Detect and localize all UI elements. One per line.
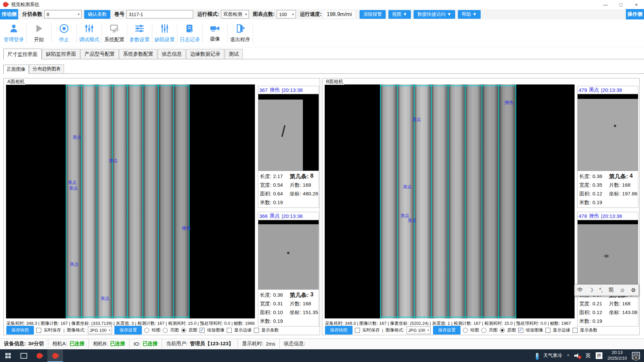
original-image-radio[interactable]	[181, 328, 186, 333]
defect-card[interactable]: 367 挫伤 |20:13:38 长度:2.17 第几条:8 宽度:0.54 片…	[258, 86, 319, 208]
language-indicator[interactable]: 英	[585, 352, 591, 359]
defect-card[interactable]: 366 黑点 |20:13:38 长度:0.38 第几条:3 宽度:0.31 片…	[258, 212, 319, 326]
field-value: 480.28	[303, 191, 318, 197]
realtime-save-label: 实时保存	[44, 327, 61, 333]
image-format-value: JPG 100	[90, 328, 107, 333]
defect-label: 黑点	[70, 261, 78, 267]
show-count-checkbox[interactable]	[573, 328, 578, 333]
image-format-select[interactable]: JPG 100▾	[88, 326, 112, 334]
slit-count-select[interactable]: 8 ▼	[44, 10, 82, 18]
show-edge-checkbox[interactable]	[227, 328, 232, 333]
field-value: 0.64	[273, 191, 283, 197]
field-value: 0.31	[273, 301, 283, 307]
main-toolbar: 传动侧 分切条数 8 ▼ 确认条数 卷号 3117-1 运行模式: 双面检测 ▼…	[0, 9, 644, 20]
ime-emoji-icon[interactable]: ☺	[620, 287, 625, 293]
field-value: 0.12	[592, 191, 602, 197]
capture-button[interactable]: 摄像	[203, 24, 227, 42]
zoom-image-checkbox[interactable]	[200, 328, 205, 333]
field-label: 宽度:	[579, 182, 591, 188]
tab-front-image[interactable]: 正面图像	[3, 65, 29, 74]
clock[interactable]: 20:13 2025/2/10	[607, 350, 627, 361]
debug-mode-button[interactable]: 调试模式	[77, 23, 102, 43]
ime-simplified-toggle[interactable]: 简	[608, 287, 614, 294]
bright-image-radio[interactable]	[163, 328, 168, 333]
defect-id: 366	[259, 213, 268, 219]
tab-test[interactable]: 测试	[225, 49, 243, 59]
field-label: 米数:	[260, 318, 271, 324]
help-menu-button[interactable]: 帮助 ▼	[458, 10, 481, 19]
save-snapshot-button[interactable]: 保存快照	[6, 326, 34, 335]
defect-type: 黑点	[589, 87, 599, 93]
confirm-count-button[interactable]: 确认条数	[84, 10, 110, 19]
volume-muted-icon[interactable]: ×	[574, 353, 580, 358]
chart-points-select[interactable]: 100 ▼	[277, 10, 296, 18]
tab-defect-monitor[interactable]: 缺陷监控界面	[42, 49, 80, 59]
exit-program-button[interactable]: 退出程序	[228, 23, 253, 43]
clear-alarm-button[interactable]: 清除报警	[360, 10, 386, 19]
ime-indicator[interactable]: 拼	[596, 352, 602, 359]
save-settings-button[interactable]: 保存设置	[114, 326, 142, 335]
tab-edge-data-record[interactable]: 边缘数据记录	[186, 49, 224, 59]
view-menu-button[interactable]: 视图 ▼	[388, 10, 411, 19]
stop-button[interactable]: 停止	[52, 23, 76, 43]
realtime-save-checkbox[interactable]	[355, 328, 360, 333]
dark-image-radio[interactable]	[144, 328, 149, 333]
field-label: 第几条:	[289, 173, 309, 180]
field-label: 片数:	[609, 301, 620, 307]
defect-settings-button[interactable]: 缺陷设置	[152, 23, 177, 43]
strip-boundary-line	[66, 84, 66, 318]
taskbar-app-1[interactable]	[32, 349, 47, 362]
tab-distribution-trend-chart[interactable]: 分布趋势图表	[29, 64, 64, 73]
show-count-checkbox[interactable]	[254, 328, 259, 333]
notification-center-icon[interactable]: 6	[632, 352, 640, 359]
defect-card[interactable]: 478 挫伤 |20:13:38 长度:0.57 第几条:3 宽度:0.21 片…	[577, 212, 638, 326]
segment-label: 显示耗时:	[242, 341, 263, 347]
show-edge-checkbox[interactable]	[545, 328, 550, 333]
tray-expand-chevron-icon[interactable]: ^	[567, 353, 569, 358]
dark-image-radio[interactable]	[463, 328, 468, 333]
divider: |	[382, 328, 383, 333]
roll-input[interactable]: 3117-1	[126, 10, 193, 18]
ime-punctuation-icon[interactable]: °,	[599, 287, 603, 293]
image-format-label: 图像格式:	[385, 327, 404, 333]
start-button[interactable]: 开始	[26, 23, 51, 43]
maximize-button[interactable]: □	[613, 0, 629, 9]
admin-login-button[interactable]: 管理登录	[1, 23, 26, 43]
start-menu-button[interactable]	[0, 349, 16, 362]
ime-mode-toggle[interactable]: 中	[578, 287, 583, 294]
realtime-save-checkbox[interactable]	[36, 328, 41, 333]
defect-label: 黑点	[69, 185, 78, 191]
close-button[interactable]: ×	[629, 0, 644, 9]
segment-label: 相机B:	[93, 341, 108, 347]
system-config-button[interactable]: 系统配置	[102, 23, 127, 43]
parameter-settings-button[interactable]: 参数设置	[127, 23, 152, 43]
field-label: 片数:	[609, 182, 620, 188]
log-record-button[interactable]: 日志记录	[177, 23, 202, 43]
operate-side-button[interactable]: 操作侧	[626, 9, 644, 19]
camera-image-b[interactable]: 挫伤黑点黑点黑点黑点	[325, 84, 575, 318]
image-format-select[interactable]: JPG 100▾	[407, 326, 431, 334]
drive-side-button[interactable]: 传动侧	[0, 9, 18, 19]
taskbar-app-2-active[interactable]	[47, 349, 63, 362]
task-view-button[interactable]	[16, 349, 32, 362]
quick-data-menu-button[interactable]: 数据快捷访问 ▼	[414, 10, 455, 19]
minimize-button[interactable]: —	[598, 0, 613, 9]
defect-card[interactable]: 479 黑点 |20:13:38 长度:0.38 第几条:4 宽度:0.35 片…	[577, 86, 638, 208]
save-settings-button[interactable]: 保存设置	[433, 326, 461, 335]
ime-settings-gear-icon[interactable]: ⚙	[631, 287, 636, 293]
save-snapshot-button[interactable]: 保存快照	[325, 326, 353, 335]
original-image-radio[interactable]	[500, 328, 505, 333]
weather-text[interactable]: 天气寒冷	[543, 353, 562, 359]
camera-a-defect-cards: 367 挫伤 |20:13:38 长度:2.17 第几条:8 宽度:0.54 片…	[258, 86, 319, 320]
ime-fullwidth-moon-icon[interactable]: ☽	[589, 287, 593, 293]
camera-image-a[interactable]: 黑点黑点黑点黑点挫伤黑点黑点	[6, 84, 255, 318]
tab-status-info[interactable]: 状态信息	[158, 49, 186, 59]
bright-image-radio[interactable]	[481, 328, 486, 333]
run-mode-select[interactable]: 双面检测 ▼	[221, 10, 249, 18]
user-icon	[9, 23, 19, 35]
zoom-image-checkbox[interactable]	[518, 328, 523, 333]
tab-size-monitor[interactable]: 尺寸监控界面	[3, 49, 42, 59]
tab-product-model-config[interactable]: 产品型号配置	[80, 49, 119, 59]
icon-toolbar: 管理登录 开始 停止 调试模式 系统配置 参数设置 缺陷设置	[0, 19, 644, 47]
tab-system-parameter-config[interactable]: 系统参数配置	[119, 49, 157, 59]
